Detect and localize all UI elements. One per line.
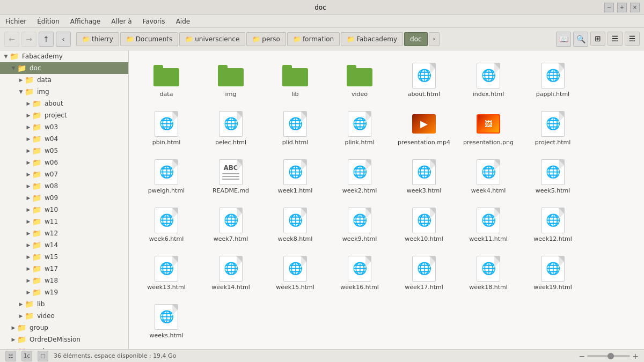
file-item[interactable]: 🌐pweigh.html bbox=[134, 152, 199, 201]
sidebar-item-w08[interactable]: 📁w08 bbox=[0, 180, 128, 192]
tree-expand-arrow[interactable] bbox=[17, 76, 25, 84]
tree-expand-arrow[interactable] bbox=[25, 277, 32, 284]
file-item[interactable]: 🌐week8.html bbox=[263, 201, 327, 249]
zoom-slider-thumb[interactable] bbox=[608, 353, 614, 359]
file-item[interactable]: 🌐week7.html bbox=[199, 201, 263, 249]
file-item[interactable]: 🌐week10.html bbox=[392, 201, 456, 249]
tree-expand-arrow[interactable] bbox=[2, 53, 10, 60]
file-item[interactable]: 🌐week16.html bbox=[327, 249, 392, 297]
file-item[interactable]: 🌐week4.html bbox=[456, 152, 521, 201]
file-item[interactable]: 🌐about.html bbox=[392, 56, 456, 104]
file-item[interactable]: 🌐week14.html bbox=[199, 249, 263, 297]
file-item[interactable]: 🌐week6.html bbox=[134, 201, 199, 249]
menubar-item-aide[interactable]: Aide bbox=[174, 17, 193, 26]
breadcrumb-thierry[interactable]: 📁thierry bbox=[76, 32, 119, 46]
tree-expand-arrow[interactable] bbox=[25, 171, 32, 178]
tree-expand-arrow[interactable] bbox=[25, 194, 32, 202]
file-item[interactable]: ▶presentation.mp4 bbox=[392, 104, 456, 152]
file-item[interactable]: 🌐week13.html bbox=[134, 249, 199, 297]
sidebar-item-w07[interactable]: 📁w07 bbox=[0, 168, 128, 180]
close-button[interactable]: × bbox=[630, 3, 640, 12]
search-button[interactable]: 🔍 bbox=[573, 32, 588, 47]
sidebar-item-img[interactable]: 📁img bbox=[0, 86, 128, 98]
menubar-item-édition[interactable]: Édition bbox=[35, 17, 62, 26]
tree-expand-arrow[interactable] bbox=[17, 88, 25, 95]
file-item[interactable]: data bbox=[134, 56, 199, 104]
breadcrumb-formation[interactable]: 📁formation bbox=[287, 32, 340, 46]
back-button[interactable]: ← bbox=[4, 32, 19, 47]
sidebar-item-w15[interactable]: 📁w15 bbox=[0, 251, 128, 263]
view-list-button[interactable]: ☰ bbox=[608, 32, 623, 46]
file-item[interactable]: 🌐index.html bbox=[456, 56, 521, 104]
tree-expand-arrow[interactable] bbox=[10, 324, 17, 331]
tree-expand-arrow[interactable] bbox=[25, 182, 32, 190]
menubar-item-affichage[interactable]: Affichage bbox=[68, 17, 103, 26]
file-item[interactable]: 🌐week18.html bbox=[456, 249, 521, 297]
file-item[interactable]: 🌐plink.html bbox=[327, 104, 392, 152]
sidebar-item-w18[interactable]: 📁w18 bbox=[0, 275, 128, 286]
sidebar-item-w04[interactable]: 📁w04 bbox=[0, 133, 128, 145]
tree-expand-arrow[interactable] bbox=[25, 253, 32, 261]
tree-expand-arrow[interactable] bbox=[25, 112, 32, 119]
tree-expand-arrow[interactable] bbox=[17, 312, 25, 320]
sidebar-item-w17[interactable]: 📁w17 bbox=[0, 263, 128, 275]
view-icons-button[interactable]: ⊞ bbox=[590, 32, 605, 46]
tree-expand-arrow[interactable] bbox=[25, 230, 32, 237]
breadcrumb-documents[interactable]: 📁Documents bbox=[120, 32, 178, 46]
tree-expand-arrow[interactable] bbox=[25, 265, 32, 272]
minimize-button[interactable]: − bbox=[604, 3, 614, 12]
up-button[interactable]: ↑ bbox=[39, 32, 54, 47]
sidebar-item-weeks[interactable]: 📁weeks bbox=[0, 345, 128, 349]
file-item[interactable]: 🌐week2.html bbox=[327, 152, 392, 201]
sidebar-item-video[interactable]: 📁video bbox=[0, 310, 128, 322]
breadcrumb-perso[interactable]: 📁perso bbox=[246, 32, 286, 46]
sidebar-item-w05[interactable]: 📁w05 bbox=[0, 145, 128, 157]
breadcrumb-doc[interactable]: doc bbox=[404, 32, 428, 46]
sidebar-item-w06[interactable]: 📁w06 bbox=[0, 157, 128, 168]
file-item[interactable]: 🌐week12.html bbox=[521, 201, 585, 249]
zoom-slider-track[interactable] bbox=[587, 355, 630, 357]
breadcrumb-more-button[interactable]: › bbox=[429, 32, 440, 46]
sidebar-item-w03[interactable]: 📁w03 bbox=[0, 121, 128, 133]
sidebar-item-w19[interactable]: 📁w19 bbox=[0, 286, 128, 298]
file-item[interactable]: 🌐week3.html bbox=[392, 152, 456, 201]
sidebar-item-ordredemission[interactable]: 📁OrdreDeMission bbox=[0, 334, 128, 345]
tree-expand-arrow[interactable] bbox=[25, 218, 32, 225]
menubar-item-fichier[interactable]: Fichier bbox=[3, 17, 28, 26]
tree-expand-arrow[interactable] bbox=[25, 159, 32, 166]
tree-expand-arrow[interactable] bbox=[25, 135, 32, 143]
sidebar-item-w12[interactable]: 📁w12 bbox=[0, 227, 128, 239]
statusbar-icon3[interactable]: □ bbox=[38, 351, 48, 361]
file-item[interactable]: 🖼presentation.png bbox=[456, 104, 521, 152]
file-item[interactable]: 🌐week5.html bbox=[521, 152, 585, 201]
file-item[interactable]: 🌐week19.html bbox=[521, 249, 585, 297]
file-item[interactable]: 🌐pbin.html bbox=[134, 104, 199, 152]
menubar-item-aller à[interactable]: Aller à bbox=[109, 17, 134, 26]
prev-button[interactable]: ‹ bbox=[56, 32, 71, 47]
tree-expand-arrow[interactable] bbox=[25, 289, 32, 296]
tree-expand-arrow[interactable] bbox=[10, 336, 17, 343]
statusbar-icon2[interactable]: 1c bbox=[21, 351, 32, 361]
sidebar-item-project[interactable]: 📁project bbox=[0, 109, 128, 121]
sidebar-item-group[interactable]: 📁group bbox=[0, 322, 128, 334]
file-item[interactable]: 🌐pelec.html bbox=[199, 104, 263, 152]
sidebar-item-lib[interactable]: 📁lib bbox=[0, 298, 128, 310]
sidebar-item-w14[interactable]: 📁w14 bbox=[0, 239, 128, 251]
sidebar-item-data[interactable]: 📁data bbox=[0, 74, 128, 86]
file-item[interactable]: ABCREADME.md bbox=[199, 152, 263, 201]
file-item[interactable]: lib bbox=[263, 56, 327, 104]
file-item[interactable]: 🌐project.html bbox=[521, 104, 585, 152]
file-item[interactable]: 🌐week17.html bbox=[392, 249, 456, 297]
tree-expand-arrow[interactable] bbox=[25, 241, 32, 249]
file-item[interactable]: 🌐week15.html bbox=[263, 249, 327, 297]
sidebar-item-w09[interactable]: 📁w09 bbox=[0, 192, 128, 204]
file-item[interactable]: 🌐plid.html bbox=[263, 104, 327, 152]
sidebar-item-fabacademy[interactable]: 📁Fabacademy bbox=[0, 50, 128, 62]
file-item[interactable]: 🌐weeks.html bbox=[134, 297, 199, 345]
bookmark-button[interactable]: 📖 bbox=[556, 32, 571, 47]
file-item[interactable]: video bbox=[327, 56, 392, 104]
menubar-item-favoris[interactable]: Favoris bbox=[141, 17, 167, 26]
file-item[interactable]: 🌐pappli.html bbox=[521, 56, 585, 104]
file-item[interactable]: 🌐week1.html bbox=[263, 152, 327, 201]
file-item[interactable]: img bbox=[199, 56, 263, 104]
